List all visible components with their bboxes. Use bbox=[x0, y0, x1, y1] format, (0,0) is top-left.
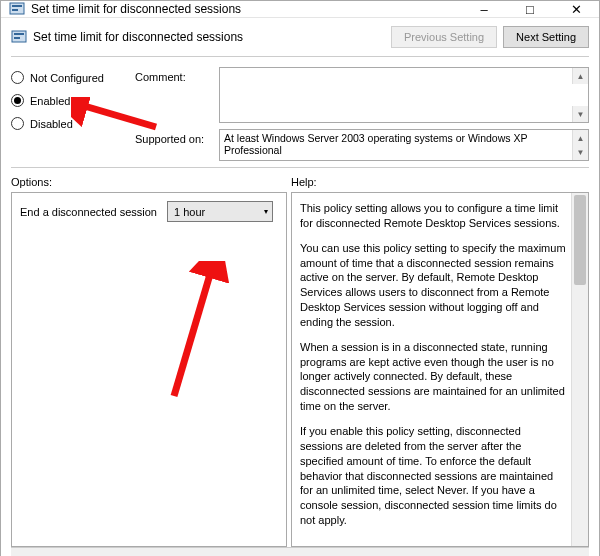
radio-icon bbox=[11, 117, 24, 130]
window-title: Set time limit for disconnected sessions bbox=[31, 2, 461, 16]
radio-not-configured[interactable]: Not Configured bbox=[11, 71, 121, 84]
radio-label: Enabled bbox=[30, 95, 70, 107]
help-paragraph: You can use this policy setting to speci… bbox=[300, 241, 566, 330]
comment-label: Comment: bbox=[135, 67, 213, 83]
supported-text: At least Windows Server 2003 operating s… bbox=[224, 132, 527, 156]
scroll-down-icon[interactable]: ▼ bbox=[572, 144, 588, 160]
comment-input[interactable]: ▲ ▼ bbox=[219, 67, 589, 123]
supported-on-box: At least Windows Server 2003 operating s… bbox=[219, 129, 589, 161]
svg-rect-2 bbox=[12, 9, 18, 11]
dialog-footer: OK Cancel Apply bbox=[11, 547, 589, 556]
svg-rect-4 bbox=[14, 33, 24, 35]
help-header: Help: bbox=[291, 176, 317, 188]
radio-icon bbox=[11, 94, 24, 107]
help-paragraph: This policy setting allows you to config… bbox=[300, 201, 566, 231]
policy-title: Set time limit for disconnected sessions bbox=[33, 30, 385, 44]
scrollbar[interactable] bbox=[571, 193, 588, 546]
previous-setting-button[interactable]: Previous Setting bbox=[391, 26, 497, 48]
end-disconnected-session-dropdown[interactable]: 1 hour ▾ bbox=[167, 201, 273, 222]
config-section: Not Configured Enabled Disabled Comment:… bbox=[11, 57, 589, 168]
dropdown-value: 1 hour bbox=[174, 206, 205, 218]
header: Set time limit for disconnected sessions… bbox=[11, 24, 589, 57]
state-radio-group: Not Configured Enabled Disabled bbox=[11, 67, 121, 161]
policy-icon bbox=[9, 1, 25, 17]
option-label: End a disconnected session bbox=[20, 206, 157, 218]
radio-disabled[interactable]: Disabled bbox=[11, 117, 121, 130]
scroll-up-icon[interactable]: ▲ bbox=[572, 68, 588, 84]
close-button[interactable]: ✕ bbox=[553, 1, 599, 17]
policy-dialog: Set time limit for disconnected sessions… bbox=[0, 0, 600, 556]
scroll-down-icon[interactable]: ▼ bbox=[572, 106, 588, 122]
chevron-down-icon: ▾ bbox=[264, 207, 268, 216]
lower-section: End a disconnected session 1 hour ▾ This… bbox=[11, 192, 589, 547]
policy-icon bbox=[11, 29, 27, 45]
maximize-button[interactable]: □ bbox=[507, 1, 553, 17]
svg-rect-3 bbox=[12, 31, 26, 42]
radio-label: Not Configured bbox=[30, 72, 104, 84]
radio-icon bbox=[11, 71, 24, 84]
help-paragraph: If you enable this policy setting, disco… bbox=[300, 424, 566, 528]
help-paragraph: When a session is in a disconnected stat… bbox=[300, 340, 566, 414]
titlebar: Set time limit for disconnected sessions… bbox=[1, 1, 599, 18]
next-setting-button[interactable]: Next Setting bbox=[503, 26, 589, 48]
options-header: Options: bbox=[11, 176, 291, 188]
svg-rect-5 bbox=[14, 37, 20, 39]
radio-enabled[interactable]: Enabled bbox=[11, 94, 121, 107]
svg-rect-1 bbox=[12, 5, 22, 7]
supported-label: Supported on: bbox=[135, 129, 213, 145]
svg-rect-0 bbox=[10, 3, 24, 14]
lower-headers: Options: Help: bbox=[11, 176, 589, 188]
radio-label: Disabled bbox=[30, 118, 73, 130]
options-panel: End a disconnected session 1 hour ▾ bbox=[11, 192, 287, 547]
help-panel: This policy setting allows you to config… bbox=[291, 192, 589, 547]
minimize-button[interactable]: – bbox=[461, 1, 507, 17]
